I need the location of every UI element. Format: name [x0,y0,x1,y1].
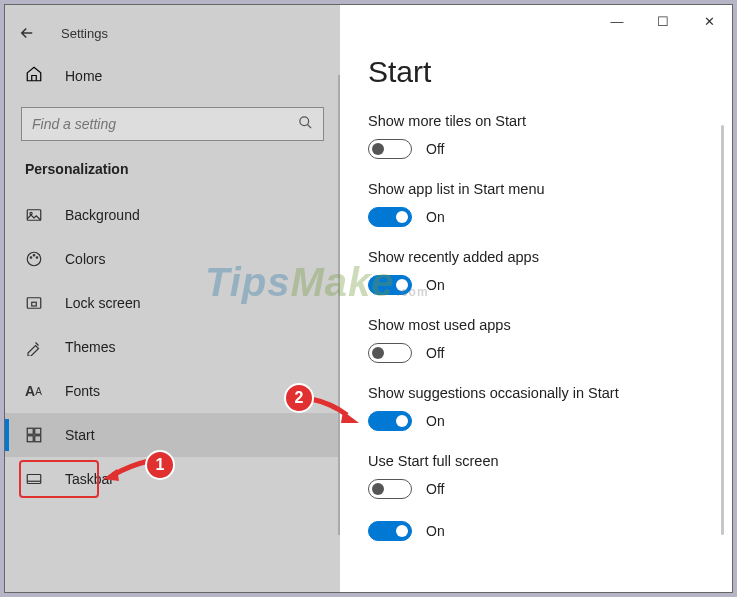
svg-point-4 [30,257,32,259]
themes-icon [25,338,45,356]
sidebar-item-label: Lock screen [65,295,140,311]
svg-point-6 [36,257,38,259]
svg-rect-13 [27,475,41,484]
toggle-state-label: On [426,413,445,429]
search-box[interactable] [21,107,324,141]
toggle-state-label: On [426,523,445,539]
setting-item: Show more tiles on StartOff [368,113,704,159]
start-icon [25,426,45,444]
toggle-switch[interactable] [368,207,412,227]
lockscreen-icon [25,294,45,312]
setting-label: Show recently added apps [368,249,704,265]
close-button[interactable]: ✕ [686,5,732,37]
taskbar-icon [25,470,45,488]
palette-icon [25,250,45,268]
svg-rect-12 [35,436,41,442]
toggle-switch[interactable] [368,275,412,295]
toggle-state-label: Off [426,345,444,361]
svg-rect-8 [32,302,37,306]
sidebar-item-label: Themes [65,339,116,355]
settings-list: Show more tiles on StartOffShow app list… [368,113,704,541]
setting-item: Use Start full screenOff [368,453,704,499]
toggle-state-label: Off [426,481,444,497]
sidebar-item-label: Fonts [65,383,100,399]
picture-icon [25,206,45,224]
scrollbar[interactable] [721,125,724,535]
home-icon [25,65,45,87]
back-icon[interactable] [17,23,37,43]
sidebar-item-fonts[interactable]: AA Fonts [5,369,340,413]
setting-item: Show recently added appsOn [368,249,704,295]
toggle-state-label: On [426,209,445,225]
minimize-button[interactable]: — [594,5,640,37]
toggle-state-label: Off [426,141,444,157]
sidebar-item-start[interactable]: Start [5,413,340,457]
home-label: Home [65,68,102,84]
sidebar-item-label: Taskbar [65,471,114,487]
setting-item: Show app list in Start menuOn [368,181,704,227]
page-title: Start [368,55,704,89]
svg-point-0 [300,116,309,125]
home-button[interactable]: Home [5,53,340,99]
sidebar-item-taskbar[interactable]: Taskbar [5,457,340,501]
sidebar-item-colors[interactable]: Colors [5,237,340,281]
setting-label: Show more tiles on Start [368,113,704,129]
main-content: — ☐ ✕ Start Show more tiles on StartOffS… [340,5,732,592]
svg-rect-10 [35,428,41,434]
sidebar-item-label: Background [65,207,140,223]
toggle-switch[interactable] [368,343,412,363]
settings-window: Settings Home Personalization Background… [4,4,733,593]
sidebar-item-label: Start [65,427,95,443]
setting-label: Show most used apps [368,317,704,333]
titlebar: Settings [5,13,340,53]
fonts-icon: AA [25,383,45,399]
search-icon[interactable] [298,115,313,134]
sidebar-item-themes[interactable]: Themes [5,325,340,369]
maximize-button[interactable]: ☐ [640,5,686,37]
toggle-switch[interactable] [368,139,412,159]
toggle-state-label: On [426,277,445,293]
setting-label: Show suggestions occasionally in Start [368,385,704,401]
svg-point-5 [33,255,35,257]
setting-item: Show most used appsOff [368,317,704,363]
sidebar: Settings Home Personalization Background… [5,5,340,592]
toggle-switch[interactable] [368,411,412,431]
setting-item: Show suggestions occasionally in StartOn [368,385,704,431]
setting-item: On [368,521,704,541]
sidebar-item-label: Colors [65,251,105,267]
search-input[interactable] [32,116,298,132]
setting-label: Show app list in Start menu [368,181,704,197]
toggle-switch[interactable] [368,479,412,499]
category-label: Personalization [5,155,340,193]
setting-label: Use Start full screen [368,453,704,469]
svg-rect-9 [27,428,33,434]
sidebar-item-lockscreen[interactable]: Lock screen [5,281,340,325]
sidebar-item-background[interactable]: Background [5,193,340,237]
svg-rect-11 [27,436,33,442]
svg-rect-7 [27,298,41,309]
toggle-switch[interactable] [368,521,412,541]
app-name: Settings [61,26,108,41]
